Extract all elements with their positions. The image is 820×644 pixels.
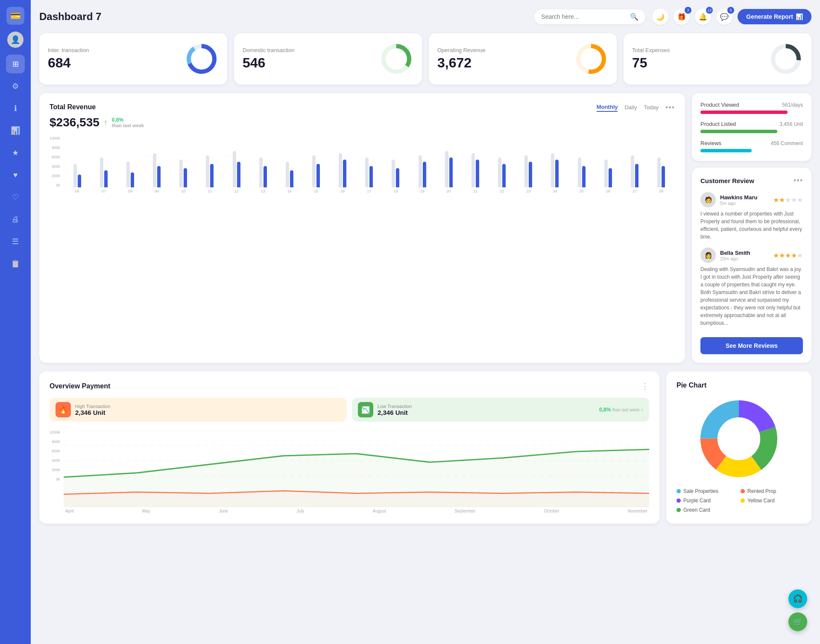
legend-dot-yellow bbox=[741, 498, 745, 503]
review-stars-1: ★★★★★ bbox=[773, 251, 803, 259]
sidebar-item-print[interactable]: 🖨 bbox=[6, 210, 25, 229]
stat-label-revenue: Operating Revenue bbox=[437, 47, 486, 53]
review-user-1: 👩 Bella Smith 20m ago ★★★★★ bbox=[700, 248, 803, 263]
bar-gray-19 bbox=[578, 157, 581, 187]
see-more-reviews-button[interactable]: See More Reviews bbox=[700, 337, 803, 354]
gift-btn[interactable]: 🎁 2 bbox=[674, 9, 690, 25]
bar-blue-18 bbox=[555, 160, 559, 187]
sidebar-item-liked[interactable]: ♡ bbox=[6, 188, 25, 207]
up-arrow-icon: ↑ bbox=[104, 118, 108, 127]
payment-chart-wrapper: 1000k 800k 600k 400k 200k 0k bbox=[50, 430, 649, 513]
review-avatar-1: 👩 bbox=[700, 248, 716, 263]
bar-group-16 bbox=[490, 145, 514, 187]
low-transaction-icon: 📉 bbox=[358, 402, 373, 417]
bottom-row: Overview Payment ⋮ 🔥 High Transaction 2,… bbox=[39, 371, 811, 524]
bar-pair-12 bbox=[392, 145, 399, 187]
legend-rented-prop: Rented Prop bbox=[741, 488, 801, 494]
bar-blue-17 bbox=[529, 162, 532, 187]
donut-chart-revenue bbox=[574, 42, 608, 76]
review-avatar-0: 🧑 bbox=[700, 192, 716, 207]
payment-more-options[interactable]: ⋮ bbox=[641, 382, 649, 391]
stat-card-revenue: Operating Revenue 3,672 bbox=[429, 33, 617, 85]
sidebar-item-menu[interactable]: ☰ bbox=[6, 232, 25, 251]
bar-gray-14 bbox=[445, 151, 448, 187]
legend-sale-properties: Sale Properties bbox=[676, 488, 737, 494]
message-btn[interactable]: 💬 5 bbox=[716, 9, 732, 25]
analytics-icon: 📊 bbox=[11, 126, 20, 135]
bar-group-18 bbox=[543, 145, 567, 187]
header-icons: 🌙 🎁 2 🔔 12 💬 5 Generate Report 📊 bbox=[652, 9, 811, 25]
right-sidebar: Product Viewed 561/days Product Listed 3… bbox=[692, 93, 811, 363]
tab-daily[interactable]: Daily bbox=[624, 104, 637, 111]
high-transaction-info: High Transaction 2,346 Unit bbox=[75, 404, 111, 416]
sidebar-item-dashboard[interactable]: ⊞ bbox=[6, 55, 25, 73]
bar-gray-17 bbox=[524, 155, 528, 187]
search-bar[interactable]: 🔍 bbox=[534, 9, 645, 24]
bar-blue-5 bbox=[210, 164, 214, 187]
bar-chart-icon: 📊 bbox=[796, 13, 803, 20]
bell-btn[interactable]: 🔔 12 bbox=[695, 9, 711, 25]
tab-monthly[interactable]: Monthly bbox=[597, 104, 618, 112]
bar-pair-14 bbox=[445, 145, 453, 187]
sidebar-logo[interactable]: 💳 bbox=[6, 7, 24, 25]
print-icon: 🖨 bbox=[12, 215, 19, 224]
legend-dot-purple bbox=[676, 498, 681, 503]
bar-gray-3 bbox=[153, 153, 156, 187]
bar-pair-18 bbox=[551, 145, 559, 187]
metrics-card: Product Viewed 561/days Product Listed 3… bbox=[692, 93, 811, 161]
metric-name-reviews: Reviews bbox=[700, 140, 721, 146]
search-icon[interactable]: 🔍 bbox=[630, 13, 638, 21]
revenue-bar-chart bbox=[64, 136, 675, 187]
bar-group-12 bbox=[384, 145, 407, 187]
bar-label-21: 27 bbox=[623, 189, 647, 193]
sidebar-item-analytics[interactable]: 📊 bbox=[6, 121, 25, 140]
bar-blue-0 bbox=[78, 175, 81, 187]
revenue-tabs: Monthly Daily Today ••• bbox=[597, 103, 675, 112]
star-icon: ★ bbox=[12, 148, 19, 157]
cart-floating-btn[interactable]: 🛒 bbox=[788, 612, 807, 631]
bar-label-4: 10 bbox=[171, 189, 195, 193]
floating-buttons: 🎧 🛒 bbox=[788, 589, 807, 631]
revenue-more-options[interactable]: ••• bbox=[665, 103, 675, 112]
sidebar-item-settings[interactable]: ⚙ bbox=[6, 77, 25, 96]
bar-pair-21 bbox=[631, 145, 638, 187]
stat-info-expenses: Total Expenses 75 bbox=[632, 47, 670, 71]
stat-value-domestic: 546 bbox=[243, 55, 294, 71]
page-title: Dashboard 7 bbox=[39, 11, 527, 23]
bar-label-20: 26 bbox=[596, 189, 620, 193]
legend-green-card: Green Card bbox=[676, 507, 737, 513]
user-avatar[interactable]: 👤 bbox=[7, 32, 23, 48]
reviews-card: Customer Review ••• 🧑 Hawkins Maru 5m ag… bbox=[692, 168, 811, 363]
sidebar-item-favorites[interactable]: ♥ bbox=[6, 166, 25, 184]
sidebar-item-list[interactable]: 📋 bbox=[6, 254, 25, 273]
bar-blue-4 bbox=[184, 168, 187, 187]
bar-label-8: 14 bbox=[278, 189, 302, 193]
heart-icon: ♥ bbox=[13, 171, 18, 180]
metric-reviews: Reviews 456 Comment bbox=[700, 140, 803, 152]
sidebar-item-info[interactable]: ℹ bbox=[6, 99, 25, 118]
payment-line-chart bbox=[64, 430, 649, 507]
revenue-title: Total Revenue bbox=[50, 103, 96, 111]
metric-product-viewed-header: Product Viewed 561/days bbox=[700, 102, 803, 108]
change-label: than last week bbox=[112, 123, 144, 128]
bar-blue-20 bbox=[609, 168, 612, 187]
bar-blue-21 bbox=[635, 164, 638, 187]
reviews-more-options[interactable]: ••• bbox=[794, 176, 803, 185]
stat-label-expenses: Total Expenses bbox=[632, 47, 670, 53]
high-transaction-icon: 🔥 bbox=[56, 402, 71, 417]
metric-name-viewed: Product Viewed bbox=[700, 102, 739, 108]
generate-report-button[interactable]: Generate Report 📊 bbox=[738, 9, 811, 24]
pie-title: Pie Chart bbox=[676, 382, 801, 389]
heart-outline-icon: ♡ bbox=[12, 192, 19, 202]
bar-pair-5 bbox=[206, 145, 214, 187]
search-input[interactable] bbox=[541, 13, 627, 20]
bar-gray-9 bbox=[312, 155, 316, 187]
theme-toggle-btn[interactable]: 🌙 bbox=[652, 9, 668, 25]
headset-floating-btn[interactable]: 🎧 bbox=[788, 589, 807, 608]
tab-today[interactable]: Today bbox=[644, 104, 659, 111]
bar-group-20 bbox=[596, 145, 620, 187]
sidebar-item-starred[interactable]: ★ bbox=[6, 143, 25, 162]
metric-value-listed: 3,456 Unit bbox=[779, 121, 803, 127]
bar-group-19 bbox=[570, 145, 594, 187]
bar-group-6 bbox=[224, 145, 248, 187]
